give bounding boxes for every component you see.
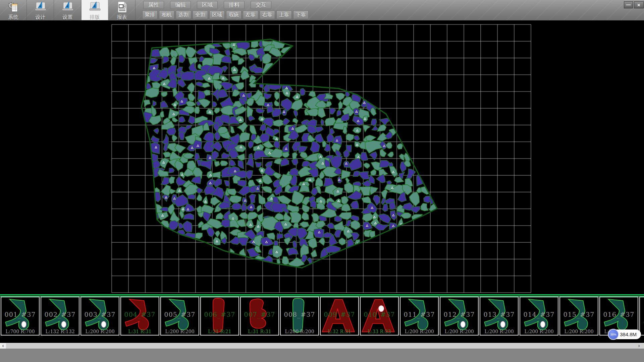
main-button-system[interactable]: 系统 [0,0,27,20]
piece-shape [361,297,398,335]
thumbnail-list: 001_#37L:700 R:700002_#37L:132 R:132003_… [1,297,644,336]
tool-button-10[interactable]: 下靠 [293,10,309,19]
thumbnail-piece-013_#37[interactable]: 013_#37L:200 R:200 [480,297,519,336]
piece-shape [440,297,478,335]
piece-thumbnail-strip: 001_#37L:700 R:700002_#37L:132 R:132003_… [0,294,644,343]
thumbnail-piece-005_#37[interactable]: 005_#37L:200 R:200 [160,297,199,336]
main-button-label: 系统 [8,14,18,19]
thumbnail-piece-009_#37[interactable]: 009_#37L:32 R:31 [320,297,359,336]
thumbnail-piece-002_#37[interactable]: 002_#37L:132 R:132 [41,297,79,336]
thumbnail-piece-010_#37[interactable]: 010_#37L:33 R:33 [360,297,399,336]
horizontal-scrollbar[interactable]: ‹ › [0,343,644,349]
tool-button-4[interactable]: 全割 [193,10,208,19]
piece-shape [400,297,438,335]
thumbnail-piece-008_#37[interactable]: 008_#37L:200 R:200 [280,297,319,336]
thumbnail-piece-014_#37[interactable]: 014_#37L:200 R:200 [520,297,558,336]
menu-tab-5[interactable]: 交互 [251,1,271,9]
nesting-canvas-area[interactable] [0,20,644,294]
scroll-right-arrow-icon[interactable]: › [636,343,642,349]
piece-shape [241,297,278,335]
laptop-ruler-icon [89,1,101,13]
thumbnail-piece-004_#37[interactable]: 004_#37L:31 R:31 [120,297,159,336]
main-button-label: 排版 [90,14,100,19]
tool-button-6[interactable]: 瑕疵 [226,10,241,19]
nesting-canvas[interactable] [0,20,644,294]
tool-button-7[interactable]: 左靠 [243,10,258,19]
thumbnail-piece-006_#37[interactable]: 006_#37L:21 R:21 [200,297,239,336]
tool-button-2[interactable]: 相机 [159,10,174,19]
piece-shape [121,297,159,335]
memory-value: 384.8M [620,331,637,337]
piece-shape [161,297,199,335]
piece-shape [81,297,119,335]
tool-button-8[interactable]: 右靠 [260,10,275,19]
thumbnail-piece-003_#37[interactable]: 003_#37L:200 R:200 [80,297,119,336]
progress-circle: 38% [608,329,619,340]
main-button-nesting[interactable]: 排版 [82,0,108,20]
tool-button-5[interactable]: 区域 [209,10,225,19]
strip-divider-line [0,294,644,295]
report-document-icon [116,1,128,13]
main-button-setup[interactable]: 设置 [54,0,81,20]
thumbnail-piece-015_#37[interactable]: 015_#37L:200 R:200 [559,297,598,336]
thumbnail-piece-001_#37[interactable]: 001_#37L:700 R:700 [1,297,40,336]
piece-shape [560,297,598,335]
thumbnail-piece-011_#37[interactable]: 011_#37L:200 R:200 [400,297,439,336]
status-bar [0,349,644,362]
progress-percent: 38% [610,333,616,336]
main-button-design[interactable]: 设计 [27,0,54,20]
piece-shape [520,297,558,335]
menu-tab-4[interactable]: 排料 [224,1,245,9]
thumbnail-piece-007_#37[interactable]: 007_#37L:31 R:31 [240,297,279,336]
thumbnail-piece-012_#37[interactable]: 012_#37L:200 R:200 [440,297,479,336]
piece-shape [321,297,358,335]
piece-shape [201,297,238,335]
piece-shape [480,297,518,335]
main-button-report[interactable]: 报表 [109,0,136,20]
tool-button-1[interactable]: 聚排 [142,10,158,19]
menu-tab-2[interactable]: 编辑 [170,1,191,9]
main-button-label: 设置 [63,14,73,19]
close-button[interactable]: × [634,1,644,8]
tool-button-9[interactable]: 上靠 [276,10,292,19]
menu-tab-1[interactable]: 属性 [143,1,164,9]
piece-shape [1,297,39,335]
laptop-ruler-icon [61,1,74,13]
main-button-label: 设计 [36,14,46,19]
piece-shape [281,297,318,335]
laptop-ruler-icon [34,1,47,13]
top-toolbar: 系统设计设置排版报表 属性编辑区域排料交互 聚排相机选割全割区域瑕疵左靠右靠上靠… [0,0,644,20]
minimize-button[interactable]: — [624,1,633,8]
piece-shape [41,297,79,335]
menu-tab-3[interactable]: 区域 [197,1,218,9]
tool-button-3[interactable]: 选割 [176,10,191,19]
gear-document-icon [7,1,20,13]
memory-progress-badge[interactable]: 384.8M 38% [608,329,641,340]
scroll-left-arrow-icon[interactable]: ‹ [0,343,6,349]
main-button-label: 报表 [117,14,127,19]
